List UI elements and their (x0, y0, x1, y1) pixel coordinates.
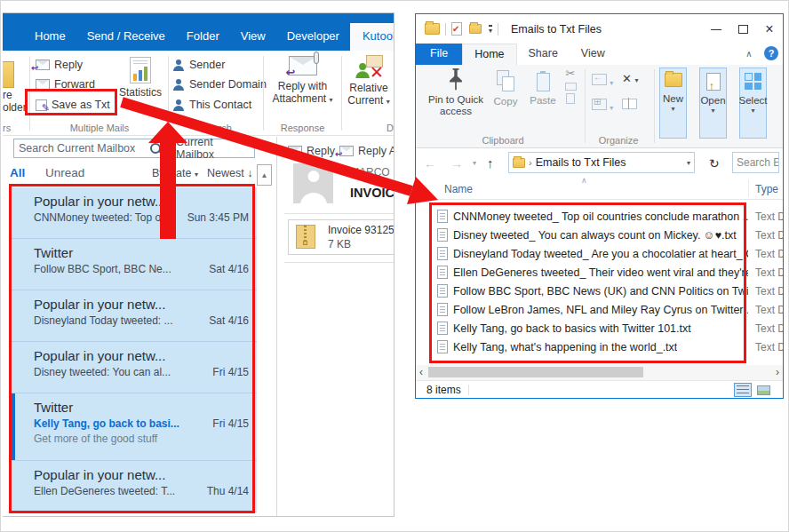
email-list-item[interactable]: Popular in your netw... Disneyland Today… (12, 290, 257, 342)
help-button[interactable]: ? (760, 44, 783, 63)
tab-home[interactable]: Home (24, 23, 76, 51)
select-button[interactable]: Select ▾ (739, 67, 767, 139)
minimize-button[interactable]: — (703, 18, 729, 41)
file-row[interactable]: CNNMoney tweeted_ Top oil countries conc… (416, 207, 783, 226)
up-button[interactable]: ↑ (487, 155, 494, 171)
address-box[interactable]: › Emails to Txt Files ▾ (508, 152, 695, 173)
refresh-button[interactable]: ↻ (709, 156, 720, 171)
column-header-type[interactable]: Type (755, 183, 778, 195)
tab-kutools[interactable]: Kutools (350, 23, 394, 51)
paste-shortcut-icon[interactable] (566, 93, 575, 104)
file-row[interactable]: Disneyland Today tweeted_ Are you a choc… (416, 244, 783, 263)
recent-locations-button[interactable]: ▾ (473, 159, 476, 167)
sort-order-newest[interactable]: Newest ↓ (207, 167, 252, 179)
person-icon (172, 99, 185, 111)
file-row[interactable]: Disney tweeted_ You can always count on … (416, 226, 783, 244)
reply-button[interactable]: ↩ Reply (288, 145, 335, 157)
explorer-search-input[interactable]: Search E... (732, 152, 779, 173)
tab-view[interactable]: View (230, 23, 276, 51)
collapse-ribbon-button[interactable]: ∧ (738, 44, 760, 63)
explorer-ribbon-tabs: File Home Share View ∧ ? (416, 44, 783, 65)
reply-all-button[interactable]: ↩ Reply A (339, 145, 394, 157)
relative-current-icon: ✕ (355, 55, 383, 78)
mailbox-scope-dropdown[interactable]: Current Mailbox (169, 139, 255, 158)
back-button[interactable]: ← (424, 156, 436, 171)
screenshot-canvas: Home Send / Receive Folder View Develope… (0, 0, 789, 532)
tab-folder[interactable]: Folder (176, 23, 230, 51)
email-title: Popular in your netw... (34, 297, 249, 313)
rename-button[interactable] (622, 99, 637, 112)
email-snippet: Disney tweeted: You can al... (34, 366, 171, 379)
scroll-right-icon[interactable]: › (776, 366, 779, 378)
this-contact-button[interactable]: This Contact (172, 96, 251, 114)
cut-icon[interactable]: ✂ (566, 67, 576, 80)
details-view-button[interactable] (734, 383, 752, 397)
chevron-down-icon[interactable]: ▾ (687, 159, 690, 167)
email-date: Fri 4/15 (212, 366, 249, 379)
qat-new-folder-icon[interactable] (469, 24, 482, 34)
tab-developer[interactable]: Developer (276, 23, 350, 51)
filter-all[interactable]: All (10, 166, 25, 179)
outlook-ribbon-tabs: Home Send / Receive Folder View Develope… (3, 13, 394, 51)
email-list-item[interactable]: Popular in your netw... Ellen DeGeneres … (12, 461, 257, 512)
email-date: Sun 3:45 PM (187, 211, 249, 225)
email-list-item[interactable]: Twitter Follow BBC Sport, BBC Ne... Sat … (12, 239, 257, 290)
group-separator (263, 56, 264, 131)
email-list-item[interactable]: Popular in your netw... Disney tweeted: … (12, 342, 257, 393)
file-row[interactable]: Kelly Tang, go back to basics with Twitt… (416, 319, 783, 337)
file-row[interactable]: Follow BBC Sport, BBC News (UK) and CNN … (416, 282, 783, 300)
file-row[interactable]: Kelly Tang, what's happening in the worl… (416, 337, 783, 356)
reply-button[interactable]: ↩ Reply (36, 56, 83, 74)
pin-to-quick-access-button[interactable]: Pin to Quickaccess (425, 68, 487, 117)
open-button[interactable]: Open ▾ (699, 67, 727, 139)
minimize-icon: — (711, 23, 721, 36)
scrollbar-thumb[interactable] (428, 367, 643, 377)
tab-home[interactable]: Home (462, 44, 516, 65)
close-button[interactable]: × (756, 18, 783, 41)
window-title: Emails to Txt Files (511, 23, 602, 36)
relative-current-button[interactable]: ✕ Relative Current ▾ (343, 55, 394, 108)
copy-to-button[interactable]: ▾ (592, 99, 613, 113)
qat-customize-icon[interactable]: ▾ (489, 25, 492, 34)
group-separator (654, 69, 655, 143)
file-row[interactable]: Follow LeBron James, NFL and Miley Ray C… (416, 300, 783, 319)
email-list-item[interactable]: Popular in your netw... CNNMoney tweeted… (12, 187, 257, 239)
thumbnail-view-button[interactable] (754, 383, 772, 397)
tab-share[interactable]: Share (517, 44, 570, 65)
maximize-button[interactable] (729, 18, 756, 41)
reply-icon: ↩ (288, 146, 302, 156)
new-button[interactable]: New ▾ (659, 67, 687, 139)
email-date: Thu 4/14 (207, 485, 249, 498)
column-header-name[interactable]: Name (444, 183, 473, 195)
file-row[interactable]: Ellen DeGeneres tweeted_ Their video wen… (416, 263, 783, 282)
tab-send-receive[interactable]: Send / Receive (76, 23, 176, 51)
sort-by-date-dropdown[interactable]: By Date ▾ (152, 167, 198, 179)
save-as-txt-button[interactable]: Save as Txt (36, 96, 110, 114)
filter-unread[interactable]: Unread (45, 166, 84, 179)
delete-button[interactable]: ✕ ▾ (622, 72, 639, 85)
tab-file[interactable]: File (416, 44, 462, 65)
horizontal-scrollbar[interactable]: ‹ › (416, 365, 783, 380)
move-to-button[interactable]: ▾ (592, 74, 613, 88)
paste-button[interactable]: Paste (526, 70, 560, 107)
email-title: Popular in your netw... (34, 467, 249, 483)
sender-button[interactable]: Sender (172, 56, 225, 74)
qat-properties-icon[interactable] (451, 22, 462, 36)
attachment-card[interactable]: Invoice 93125 7 KB (288, 219, 394, 255)
reply-with-attachment-button[interactable]: ↩ Reply with Attachment ▾ (265, 56, 340, 107)
copy-path-icon[interactable] (565, 83, 577, 91)
group-label: Response (265, 123, 340, 133)
email-list-item[interactable]: Twitter Kelly Tang, go back to basi... F… (12, 393, 257, 461)
maximize-icon (738, 25, 748, 34)
scroll-up-button[interactable]: ▲ (257, 164, 272, 186)
scroll-left-icon[interactable]: ‹ (419, 366, 423, 378)
copy-button[interactable]: Copy (489, 70, 522, 107)
forward-button[interactable]: → Forward (36, 75, 95, 93)
mail-search-input[interactable]: Search Current Mailbox (13, 139, 166, 158)
tab-view[interactable]: View (570, 44, 617, 65)
statistics-button[interactable]: Statistics (115, 57, 166, 99)
forward-button[interactable]: → (450, 156, 463, 171)
file-type: Text Do (755, 304, 784, 316)
sender-domain-button[interactable]: Sender Domain (172, 75, 267, 93)
email-date: Sat 4/16 (209, 314, 249, 328)
